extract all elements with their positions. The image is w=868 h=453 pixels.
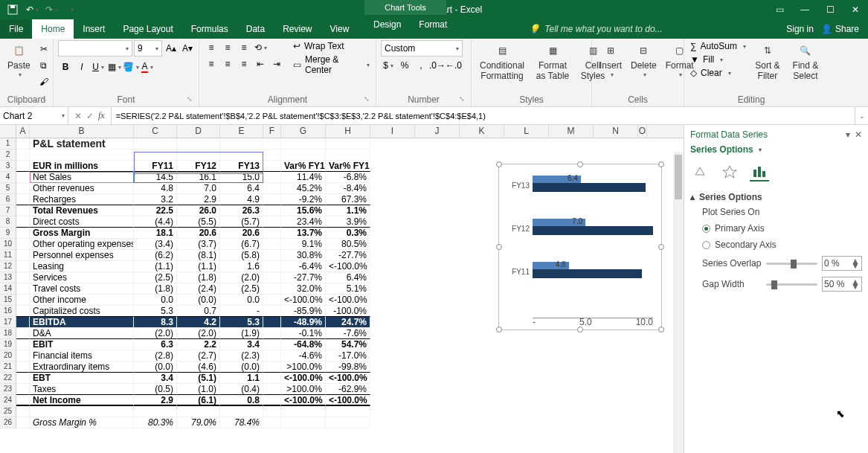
autosum-button[interactable]: ∑AutoSum▾ <box>689 40 748 52</box>
cell[interactable] <box>16 339 30 350</box>
worksheet-grid[interactable]: A B C D E F G H I J K L M N O 1P&L state… <box>0 125 684 453</box>
cell[interactable]: <-100.0% <box>326 261 370 272</box>
col-header[interactable]: L <box>504 125 549 138</box>
insert-cells-button[interactable]: ⊞Insert▾ <box>597 40 625 80</box>
cell[interactable] <box>16 384 30 395</box>
cell[interactable]: 2.2 <box>177 339 220 350</box>
clear-button[interactable]: ◇Clear▾ <box>689 67 748 79</box>
cell[interactable]: Taxes <box>30 384 134 395</box>
cell[interactable]: <-100.0% <box>281 295 326 306</box>
chart-resize-handle[interactable] <box>577 161 583 167</box>
chart-resize-handle[interactable] <box>496 327 502 332</box>
cell[interactable]: Net Income <box>30 395 134 406</box>
tab-home[interactable]: Home <box>32 19 74 39</box>
cell[interactable]: <-100.0% <box>326 295 370 306</box>
cell[interactable] <box>281 417 326 428</box>
cell[interactable]: -64.8% <box>281 339 326 350</box>
chart-resize-handle[interactable] <box>496 161 502 167</box>
copy-icon[interactable]: ⧉ <box>36 58 51 73</box>
cell[interactable]: 22.5 <box>134 205 177 216</box>
sign-in-link[interactable]: Sign in <box>786 24 814 34</box>
align-middle-icon[interactable]: ≡ <box>220 40 235 55</box>
orientation-icon[interactable]: ⟲▾ <box>253 40 268 55</box>
cell[interactable]: 80.5% <box>326 239 370 250</box>
cell[interactable]: (0.0) <box>220 362 263 373</box>
cell[interactable]: EUR in millions <box>30 161 134 172</box>
cell[interactable] <box>263 339 281 350</box>
cell[interactable]: (2.0) <box>177 328 220 339</box>
cell[interactable] <box>16 373 30 384</box>
cell[interactable]: (0.4) <box>220 384 263 395</box>
row-header[interactable]: 22 <box>0 373 16 384</box>
cell[interactable] <box>16 138 30 150</box>
secondary-axis-radio[interactable]: Secondary Axis <box>702 240 862 250</box>
conditional-formatting-button[interactable]: ▤Conditional Formatting <box>476 40 528 83</box>
underline-icon[interactable]: U▾ <box>91 60 106 74</box>
cell[interactable]: 15.6% <box>281 205 326 216</box>
cell[interactable]: 4.8 <box>134 183 177 194</box>
cell[interactable]: Other operating expenses <box>30 239 134 250</box>
cell[interactable] <box>16 362 30 373</box>
cell[interactable] <box>326 150 370 161</box>
cell[interactable]: -48.9% <box>281 317 326 328</box>
bold-icon[interactable]: B <box>58 60 73 74</box>
cell[interactable] <box>16 328 30 339</box>
row-header[interactable]: 4 <box>0 172 16 183</box>
cell[interactable]: (1.8) <box>134 283 177 295</box>
col-header[interactable]: J <box>415 125 460 138</box>
cell[interactable]: (1.0) <box>177 384 220 395</box>
cell[interactable]: Var% FY11-FY12 <box>281 161 326 172</box>
percent-format-icon[interactable]: % <box>397 58 412 73</box>
italic-icon[interactable]: I <box>74 60 89 74</box>
cell[interactable]: 0.7 <box>177 306 220 317</box>
cell[interactable]: (2.4) <box>177 283 220 295</box>
cell[interactable]: 2.9 <box>177 194 220 205</box>
paste-button[interactable]: 📋 Paste ▾ <box>4 40 33 80</box>
tab-insert[interactable]: Insert <box>74 19 114 39</box>
col-header[interactable]: I <box>370 125 415 138</box>
cell[interactable] <box>263 194 281 205</box>
align-bottom-icon[interactable]: ≡ <box>237 40 251 55</box>
cell[interactable]: <-100.0% <box>326 395 370 406</box>
cell[interactable]: 0.8 <box>220 395 263 406</box>
tab-page-layout[interactable]: Page Layout <box>114 19 181 39</box>
cell[interactable]: (0.0) <box>134 362 177 373</box>
primary-axis-radio[interactable]: Primary Axis <box>702 223 862 234</box>
cell[interactable] <box>263 272 281 283</box>
cell[interactable]: (2.0) <box>134 328 177 339</box>
cell[interactable]: 80.3% <box>134 417 177 428</box>
cell[interactable]: 15.0 <box>220 172 263 183</box>
cell[interactable] <box>263 417 281 428</box>
cell[interactable]: >100.0% <box>281 384 326 395</box>
grid-row[interactable]: 2 <box>0 150 684 161</box>
cell[interactable] <box>263 373 281 384</box>
cell[interactable] <box>326 138 370 150</box>
col-header[interactable]: H <box>326 125 370 138</box>
cell[interactable] <box>263 350 281 362</box>
col-header[interactable]: G <box>281 125 326 138</box>
cell[interactable] <box>16 306 30 317</box>
cell[interactable]: FY11 <box>134 161 177 172</box>
row-header[interactable]: 17 <box>0 317 16 328</box>
gap-width-slider[interactable] <box>766 283 817 286</box>
series-overlap-slider[interactable] <box>766 263 817 265</box>
col-header[interactable]: K <box>460 125 504 138</box>
cell[interactable] <box>281 138 326 150</box>
cell[interactable] <box>281 406 326 417</box>
cell[interactable] <box>263 306 281 317</box>
scrollbar-thumb[interactable] <box>675 155 682 199</box>
cell[interactable] <box>16 406 30 417</box>
accounting-format-icon[interactable]: $▾ <box>381 58 396 73</box>
number-dialog-launcher-icon[interactable]: ⤡ <box>459 95 465 103</box>
chart-resize-handle[interactable] <box>496 244 502 250</box>
cell[interactable] <box>134 138 177 150</box>
undo-icon[interactable]: ↶▾ <box>25 3 39 16</box>
font-color-icon[interactable]: A▾ <box>140 60 155 74</box>
cell[interactable]: 8.3 <box>134 317 177 328</box>
cell[interactable]: 3.9% <box>326 216 370 228</box>
cell[interactable] <box>30 406 134 417</box>
cell[interactable] <box>16 239 30 250</box>
chart-resize-handle[interactable] <box>577 327 583 332</box>
cell[interactable]: 0.0 <box>220 295 263 306</box>
embedded-chart[interactable]: FY13 6.4 FY12 7.0 FY11 4.8 - <box>501 167 659 327</box>
